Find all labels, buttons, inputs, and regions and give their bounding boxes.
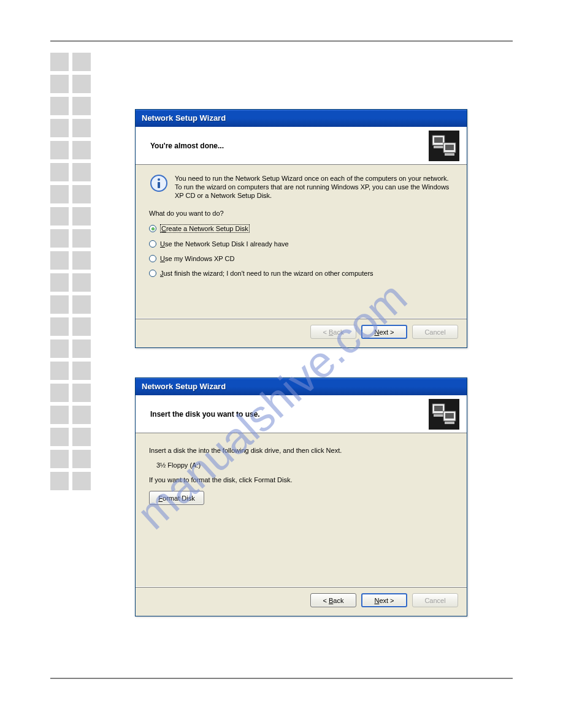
- deco-block: [50, 75, 69, 93]
- deco-block: [72, 163, 91, 181]
- dialog-title: Network Setup Wizard: [142, 113, 226, 123]
- next-button[interactable]: Next >: [361, 593, 407, 607]
- dialog-body: Insert a disk the into the following dis…: [136, 433, 467, 586]
- format-disk-button[interactable]: Format Disk: [149, 491, 204, 505]
- deco-block: [50, 163, 69, 181]
- deco-block: [72, 362, 91, 380]
- svg-rect-15: [445, 413, 454, 419]
- svg-point-8: [158, 178, 160, 181]
- instruction-line-2: If you want to format the disk, click Fo…: [149, 476, 453, 483]
- radio-create-disk[interactable]: Create a Network Setup Disk: [149, 224, 453, 233]
- cancel-button: Cancel: [412, 593, 458, 607]
- svg-rect-2: [434, 137, 443, 143]
- network-computers-icon: [429, 399, 459, 430]
- deco-block: [50, 339, 69, 358]
- network-computers-icon: [429, 131, 459, 161]
- deco-block: [72, 251, 91, 270]
- svg-rect-9: [158, 182, 160, 188]
- deco-block: [50, 97, 69, 115]
- deco-block: [72, 273, 91, 292]
- radio-icon: [149, 255, 156, 262]
- deco-block: [72, 207, 91, 226]
- header-title: Insert the disk you want to use.: [150, 410, 260, 419]
- info-icon: [149, 173, 169, 193]
- deco-block: [50, 207, 69, 226]
- info-text: You need to run the Network Setup Wizard…: [175, 173, 453, 200]
- deco-block: [72, 185, 91, 203]
- radio-label: Use the Network Setup Disk I already hav…: [160, 240, 289, 248]
- button-row: < Back Next > Cancel: [136, 318, 467, 347]
- radio-just-finish[interactable]: Just finish the wizard; I don't need to …: [149, 270, 453, 277]
- deco-block: [50, 273, 69, 292]
- header-title: You're almost done...: [150, 142, 224, 150]
- deco-block: [72, 97, 91, 115]
- deco-block: [50, 406, 69, 424]
- svg-rect-13: [434, 414, 443, 417]
- back-button: < Back: [310, 325, 356, 339]
- deco-block: [72, 317, 91, 336]
- radio-label: Use my Windows XP CD: [160, 255, 234, 262]
- radio-label: Create a Network Setup Disk: [160, 224, 250, 233]
- deco-block: [50, 185, 69, 203]
- prompt-text: What do you want to do?: [149, 210, 453, 217]
- deco-block: [50, 472, 69, 490]
- radio-icon: [149, 240, 156, 248]
- deco-block: [50, 251, 69, 270]
- deco-block: [50, 317, 69, 336]
- deco-block: [72, 406, 91, 424]
- svg-rect-3: [434, 146, 443, 148]
- deco-block: [50, 362, 69, 380]
- page-top-rule: [50, 40, 513, 42]
- next-button[interactable]: Next >: [361, 325, 407, 339]
- deco-block: [72, 295, 91, 314]
- deco-block: [50, 384, 69, 402]
- decorative-sidebar: [50, 53, 93, 494]
- deco-block: [72, 141, 91, 159]
- dialog-body: You need to run the Network Setup Wizard…: [136, 165, 467, 318]
- back-button[interactable]: < Back: [310, 593, 356, 607]
- deco-block: [50, 53, 69, 71]
- page-bottom-rule: [50, 678, 513, 679]
- dialog-header: Insert the disk you want to use.: [136, 395, 467, 433]
- svg-rect-5: [445, 145, 454, 150]
- radio-icon: [149, 225, 156, 232]
- svg-rect-12: [434, 406, 443, 411]
- deco-block: [72, 472, 91, 490]
- deco-block: [72, 450, 91, 468]
- wizard-dialog-1: Network Setup Wizard You're almost done.…: [135, 109, 467, 348]
- deco-block: [72, 229, 91, 248]
- wizard-dialog-2: Network Setup Wizard Insert the disk you…: [135, 377, 467, 616]
- deco-block: [50, 119, 69, 137]
- deco-block: [72, 428, 91, 446]
- deco-block: [72, 75, 91, 93]
- radio-use-cd[interactable]: Use my Windows XP CD: [149, 255, 453, 262]
- cancel-button: Cancel: [412, 325, 458, 339]
- svg-rect-16: [445, 422, 454, 424]
- radio-icon: [149, 270, 156, 277]
- deco-block: [50, 295, 69, 314]
- deco-block: [50, 141, 69, 159]
- deco-block: [72, 119, 91, 137]
- deco-block: [72, 339, 91, 358]
- deco-block: [50, 229, 69, 248]
- deco-block: [50, 450, 69, 468]
- instruction-line-1: Insert a disk the into the following dis…: [149, 447, 453, 454]
- deco-block: [50, 428, 69, 446]
- titlebar: Network Setup Wizard: [136, 110, 467, 127]
- svg-rect-6: [445, 153, 454, 156]
- deco-block: [72, 53, 91, 71]
- deco-block: [72, 384, 91, 402]
- dialog-header: You're almost done...: [136, 127, 467, 165]
- radio-label: Just finish the wizard; I don't need to …: [160, 270, 373, 277]
- drive-label: 3½ Floppy (A:): [156, 461, 453, 469]
- radio-use-existing-disk[interactable]: Use the Network Setup Disk I already hav…: [149, 240, 453, 248]
- dialog-title: Network Setup Wizard: [142, 382, 226, 391]
- button-row: < Back Next > Cancel: [136, 586, 467, 616]
- titlebar: Network Setup Wizard: [136, 378, 467, 395]
